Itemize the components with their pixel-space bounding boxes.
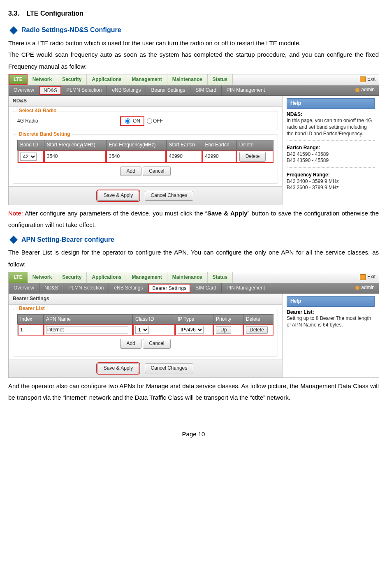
radio-off[interactable]: [147, 118, 152, 124]
col-priority: Priority: [213, 314, 243, 324]
subtab-nds[interactable]: ND&S: [39, 283, 63, 293]
subtab-bearer[interactable]: Bearer Settings: [148, 284, 190, 293]
legend-discrete-band: Discrete Band Setting: [17, 131, 72, 138]
subsection-2-heading: APN Setting-Bearer configure: [8, 234, 379, 246]
apn-name-input[interactable]: [46, 326, 128, 333]
subtab-enb[interactable]: eNB Settings: [109, 283, 148, 293]
admin-label: admin: [361, 285, 375, 291]
cancel-bearer-button[interactable]: Cancel: [143, 339, 170, 349]
subtab-sim[interactable]: SIM Card: [190, 86, 222, 95]
col-start-freq: Start Frequency(MHz): [44, 140, 106, 150]
add-band-button[interactable]: Add: [120, 167, 141, 176]
subsection-1-title: Radio Settings-ND&S Configure: [21, 24, 121, 36]
exit-icon: [360, 274, 366, 280]
priority-up-button[interactable]: Up: [216, 326, 231, 334]
radio-on-label: ON: [133, 118, 140, 125]
subtab-sim[interactable]: SIM Card: [190, 283, 222, 293]
band-id-select[interactable]: 42: [20, 153, 37, 161]
tab-network[interactable]: Network: [28, 272, 57, 283]
tab-applications[interactable]: Applications: [87, 272, 127, 283]
fieldset-bearer-list: Bearer List Index APN Name Class ID IP T…: [13, 309, 278, 357]
sub-tabs: Overview ND&S PLMN Selection eNB Setting…: [9, 86, 379, 96]
col-end-earfcn: End Earfcn: [202, 140, 236, 150]
delete-band-button[interactable]: Delete: [239, 152, 266, 162]
section-title-text: LTE Configuration: [26, 10, 83, 17]
iptype-select[interactable]: IPv4v6: [178, 326, 204, 334]
legend-select-4g: Select 4G Radio: [17, 108, 58, 114]
help-panel-2: Help Bearer List: Setting up to 8 Bearer…: [283, 294, 379, 377]
exit-link[interactable]: Exit: [360, 76, 375, 83]
subtab-enb[interactable]: eNB Settings: [107, 86, 146, 95]
radio-off-label: OFF: [153, 118, 163, 125]
subtab-nds[interactable]: ND&S: [39, 86, 61, 95]
save-apply-button[interactable]: Save & Apply: [97, 363, 139, 373]
col-iptype: IP Type: [175, 314, 213, 324]
help-earfcn-1: B42 41590 - 43589: [287, 151, 329, 157]
exit-label: Exit: [367, 274, 375, 280]
note-label: Note:: [8, 210, 23, 217]
action-bar-1: Save & Apply Cancel Changes: [9, 186, 282, 205]
cancel-changes-button[interactable]: Cancel Changes: [145, 191, 194, 201]
legend-bearer-list: Bearer List: [17, 306, 46, 312]
help-freq-1: B42 3400 - 3599.9 MHz: [287, 178, 339, 184]
tab-lte[interactable]: LTE: [9, 272, 28, 283]
user-icon: [355, 286, 359, 290]
fieldset-discrete-band: Discrete Band Setting Band ID Start Freq…: [13, 134, 278, 184]
screenshot-nds: LTE Network Security Applications Manage…: [8, 74, 379, 205]
col-apn: APN Name: [44, 314, 133, 324]
diamond-icon: [9, 26, 18, 35]
paragraph-1: There is a LTE radio button which is use…: [8, 37, 379, 49]
radio-on[interactable]: [125, 118, 130, 124]
tab-status[interactable]: Status: [208, 74, 233, 85]
band-table: Band ID Start Frequency(MHz) End Frequen…: [17, 140, 273, 163]
tab-security[interactable]: Security: [57, 272, 87, 283]
tab-maintenance[interactable]: Maintenance: [167, 74, 208, 85]
paragraph-4: And the operator also can configure two …: [8, 380, 379, 404]
panel-title-nds: ND&S: [9, 96, 282, 107]
cell-end-freq: 3540: [106, 150, 166, 163]
exit-label: Exit: [367, 76, 375, 83]
col-delete: Delete: [243, 314, 273, 324]
add-bearer-button[interactable]: Add: [120, 339, 141, 349]
cancel-band-button[interactable]: Cancel: [143, 167, 170, 176]
cancel-changes-button[interactable]: Cancel Changes: [145, 363, 194, 373]
paragraph-3: The Bearer List is design for the operat…: [8, 247, 379, 270]
tab-network[interactable]: Network: [28, 74, 57, 85]
classid-select[interactable]: 1: [135, 326, 149, 334]
cell-index: 1: [18, 324, 44, 336]
tab-management[interactable]: Management: [127, 74, 167, 85]
user-icon: [355, 88, 359, 92]
subtab-plmn[interactable]: PLMN Selection: [61, 86, 107, 95]
tab-maintenance[interactable]: Maintenance: [167, 272, 208, 283]
subsection-1-heading: Radio Settings-ND&S Configure: [8, 24, 379, 36]
help-bearer-body: Setting up to 8 Bearer,The most length o…: [287, 315, 371, 328]
help-title: Help: [287, 98, 375, 109]
subtab-overview[interactable]: Overview: [9, 86, 39, 95]
admin-indicator: admin: [355, 87, 375, 93]
paragraph-2: The CPE would scan frequency auto as soo…: [8, 49, 379, 72]
subtab-pin[interactable]: PIN Management: [222, 86, 270, 95]
note-paragraph: Note: After configure any parameters of …: [8, 208, 379, 231]
subtab-plmn[interactable]: PLMN Selection: [63, 283, 109, 293]
subtab-bearer[interactable]: Bearer Settings: [146, 86, 190, 95]
delete-bearer-button[interactable]: Delete: [246, 326, 268, 334]
subtab-overview[interactable]: Overview: [9, 283, 39, 293]
tab-management[interactable]: Management: [127, 272, 167, 283]
subtab-pin[interactable]: PIN Management: [222, 283, 270, 293]
tab-lte[interactable]: LTE: [9, 74, 28, 85]
exit-link[interactable]: Exit: [360, 274, 375, 280]
tab-status[interactable]: Status: [208, 272, 233, 283]
save-apply-button[interactable]: Save & Apply: [97, 191, 139, 201]
band-row: 42 3540 3540 42990 42990 Delete: [18, 150, 273, 163]
bearer-row: 1 1 IPv4v6 Up Delete: [18, 324, 273, 336]
col-classid: Class ID: [133, 314, 175, 324]
note-text-a: After configure any parameters of the de…: [23, 210, 207, 217]
sub-tabs-2: Overview ND&S PLMN Selection eNB Setting…: [9, 283, 379, 294]
tab-security[interactable]: Security: [57, 74, 87, 85]
action-bar-2: Save & Apply Cancel Changes: [9, 359, 282, 377]
help-title: Help: [287, 296, 375, 307]
label-4g-radio: 4G Radio: [17, 118, 120, 125]
section-heading: 3.3. LTE Configuration: [8, 7, 379, 20]
help-earfcn-title: Earfcn Range:: [287, 145, 320, 150]
tab-applications[interactable]: Applications: [87, 74, 127, 85]
